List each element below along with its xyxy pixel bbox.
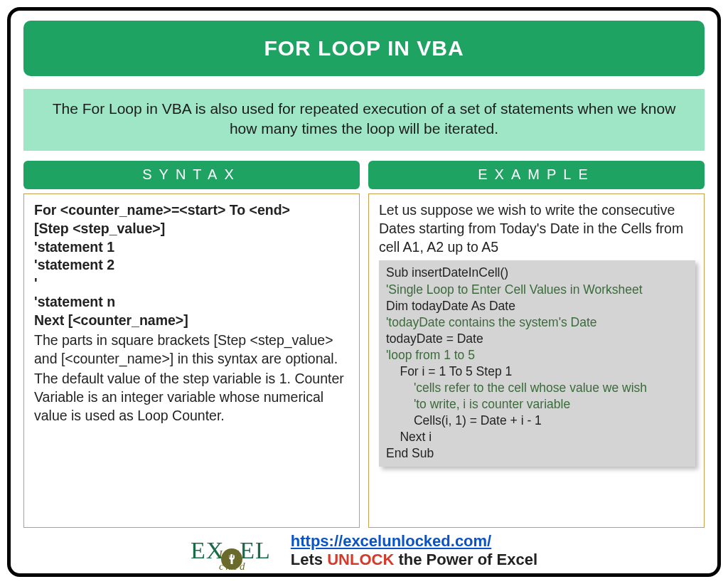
code-line: Dim todayDate As Date: [386, 298, 690, 314]
syntax-header: SYNTAX: [23, 161, 360, 189]
example-column: EXAMPLE Let us suppose we wish to write …: [368, 161, 705, 528]
intro-description: The For Loop in VBA is also used for rep…: [23, 89, 705, 151]
syntax-code-line: Next [<counter_name>]: [34, 312, 350, 330]
document-frame: FOR LOOP IN VBA The For Loop in VBA is a…: [7, 7, 721, 577]
footer: EX EL Unl cked https://excelunlocked.com…: [23, 532, 705, 570]
example-body: Let us suppose we wish to write the cons…: [368, 193, 705, 528]
code-line: End Sub: [386, 445, 690, 462]
code-line: Sub insertDateInCell(): [386, 265, 690, 281]
code-comment-line: 'cells refer to the cell whose value we …: [386, 380, 690, 396]
syntax-note-2: The default value of the step variable i…: [34, 370, 350, 425]
code-line: Next i: [386, 429, 690, 445]
page-title: FOR LOOP IN VBA: [23, 21, 705, 76]
code-line: Cells(i, 1) = Date + i - 1: [386, 413, 690, 429]
example-header: EXAMPLE: [368, 161, 705, 189]
syntax-code-line: [Step <step_value>]: [34, 220, 350, 238]
syntax-code-line: ': [34, 275, 350, 293]
excel-unlocked-logo: EX EL Unl cked: [191, 537, 271, 564]
tagline-unlock-word: UNLOCK: [327, 551, 394, 568]
syntax-code-line: For <counter_name>=<start> To <end>: [34, 201, 350, 220]
code-line: todayDate = Date: [386, 331, 690, 347]
syntax-column: SYNTAX For <counter_name>=<start> To <en…: [23, 161, 360, 528]
logo-subtext: Unl cked: [219, 548, 271, 573]
syntax-note-1: The parts in square brackets [Step <step…: [34, 331, 350, 368]
syntax-code-line: 'statement 2: [34, 256, 350, 275]
example-intro-text: Let us suppose we wish to write the cons…: [379, 201, 695, 257]
footer-text-block: https://excelunlocked.com/ Lets UNLOCK t…: [291, 532, 537, 569]
example-code-block: Sub insertDateInCell()'Single Loop to En…: [379, 260, 695, 466]
code-comment-line: 'todayDate contains the system's Date: [386, 314, 690, 331]
website-link[interactable]: https://excelunlocked.com/: [291, 532, 491, 550]
code-comment-line: 'loop from 1 to 5: [386, 347, 690, 363]
syntax-code-line: 'statement n: [34, 293, 350, 312]
code-comment-line: 'to write, i is counter variable: [386, 396, 690, 413]
code-comment-line: 'Single Loop to Enter Cell Values in Wor…: [386, 282, 690, 298]
syntax-body: For <counter_name>=<start> To <end>[Step…: [23, 193, 360, 528]
tagline-pre: Lets: [291, 551, 327, 568]
tagline-post: the Power of Excel: [394, 551, 537, 568]
code-line: For i = 1 To 5 Step 1: [386, 363, 690, 380]
syntax-code-line: 'statement 1: [34, 238, 350, 257]
syntax-code-block: For <counter_name>=<start> To <end>[Step…: [34, 201, 350, 330]
footer-tagline: Lets UNLOCK the Power of Excel: [291, 551, 537, 569]
two-column-layout: SYNTAX For <counter_name>=<start> To <en…: [23, 161, 705, 528]
